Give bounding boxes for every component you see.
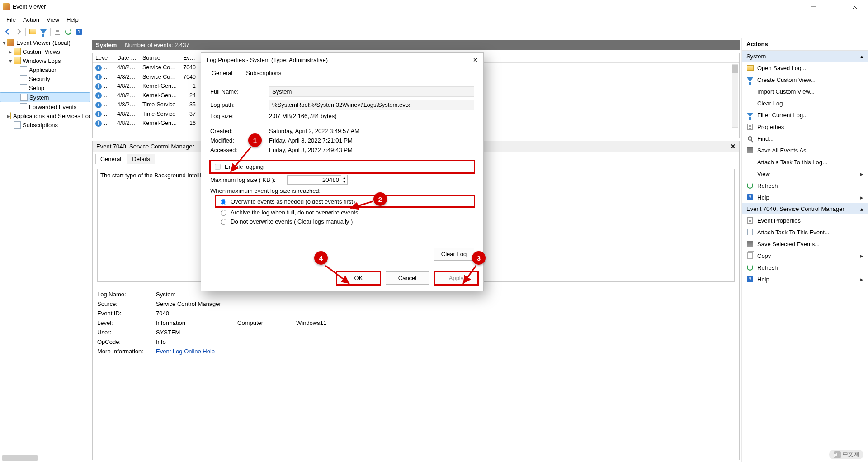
close-icon[interactable]: ✕ — [731, 143, 736, 150]
radio-no-overwrite[interactable]: Do not overwrite events ( Clear logs man… — [218, 218, 474, 225]
tree-system[interactable]: System — [0, 92, 90, 102]
radio-archive[interactable]: Archive the log when full, do not overwr… — [218, 209, 474, 216]
toolbar-separator — [50, 28, 51, 36]
action-refresh-2[interactable]: Refresh — [742, 262, 868, 273]
collapse-icon[interactable]: ▾ — [1, 39, 7, 46]
action-properties[interactable]: Properties — [742, 121, 868, 133]
log-icon — [20, 103, 27, 110]
action-find[interactable]: Find... — [742, 133, 868, 144]
value-user: SYSTEM — [156, 329, 228, 336]
expand-icon[interactable]: ▸ — [7, 113, 10, 119]
value-created: Saturday, April 2, 2022 3:49:57 AM — [269, 128, 474, 134]
max-size-input[interactable] — [287, 175, 341, 185]
back-button[interactable] — [4, 28, 12, 36]
column-level[interactable]: Level — [93, 53, 114, 62]
detail-title: Event 7040, Service Control Manager — [96, 143, 194, 150]
refresh-button[interactable] — [64, 28, 72, 36]
action-help-2[interactable]: ?Help▸ — [742, 273, 868, 285]
event-viewer-icon — [7, 39, 14, 46]
spinner-up-icon[interactable]: ▲ — [341, 175, 347, 180]
action-view[interactable]: View▸ — [742, 168, 868, 180]
action-attach-task-log[interactable]: Attach a Task To this Log... — [742, 156, 868, 168]
dialog-close-icon[interactable]: ✕ — [473, 57, 478, 63]
tree-windows-logs[interactable]: ▾Windows Logs — [0, 56, 90, 65]
expand-icon[interactable]: ▸ — [7, 48, 14, 55]
spinner-down-icon[interactable]: ▼ — [341, 180, 347, 184]
actions-section-system[interactable]: System▴ — [742, 51, 868, 62]
properties-button[interactable] — [53, 28, 61, 36]
maximize-button[interactable] — [824, 0, 844, 14]
action-open-saved-log[interactable]: Open Saved Log... — [742, 62, 868, 74]
show-hide-tree-button[interactable] — [28, 28, 37, 36]
info-icon: i — [95, 120, 102, 127]
tree-apps-services[interactable]: ▸Applications and Services Logs — [0, 111, 90, 120]
spinner[interactable]: ▲▼ — [341, 175, 348, 185]
scrollbar-thumb[interactable] — [732, 65, 738, 73]
info-icon: i — [95, 74, 102, 80]
toolbar: ? — [0, 26, 868, 38]
radio-overwrite-input[interactable] — [221, 199, 226, 205]
forward-button[interactable] — [14, 28, 23, 36]
tab-details[interactable]: Details — [127, 154, 155, 164]
action-copy[interactable]: Copy▸ — [742, 250, 868, 262]
app-icon — [3, 3, 10, 10]
vertical-scrollbar[interactable] — [732, 64, 738, 128]
tree-setup[interactable]: Setup — [0, 83, 90, 92]
dialog-tab-subscriptions[interactable]: Subscriptions — [240, 67, 287, 79]
properties-icon — [747, 124, 753, 130]
tree-forwarded-events[interactable]: Forwarded Events — [0, 102, 90, 111]
radio-overwrite[interactable]: Overwrite events as needed (oldest event… — [216, 196, 474, 207]
filter-button[interactable] — [39, 28, 47, 36]
link-event-log-help[interactable]: Event Log Online Help — [156, 348, 215, 355]
action-help[interactable]: ?Help▸ — [742, 191, 868, 203]
column-event-id[interactable]: Event... — [180, 53, 198, 62]
menu-action[interactable]: Action — [20, 15, 42, 24]
action-save-selected[interactable]: Save Selected Events... — [742, 238, 868, 250]
collapse-icon[interactable]: ▴ — [860, 53, 863, 60]
cancel-button[interactable]: Cancel — [386, 271, 429, 285]
info-icon: i — [95, 102, 102, 108]
menu-help[interactable]: Help — [64, 15, 81, 24]
tree-subscriptions[interactable]: Subscriptions — [0, 120, 90, 129]
menu-view[interactable]: View — [44, 15, 62, 24]
column-source[interactable]: Source — [140, 53, 180, 62]
label-max-size: Maximum log size ( KB ): — [210, 176, 287, 183]
label-computer: Computer: — [237, 319, 287, 326]
navigation-tree[interactable]: ▾Event Viewer (Local) ▸Custom Views ▾Win… — [0, 38, 90, 462]
actions-section-event[interactable]: Event 7040, Service Control Manager▴ — [742, 203, 868, 214]
action-clear-log[interactable]: Clear Log... — [742, 97, 868, 109]
column-date[interactable]: Date an... — [114, 53, 140, 62]
tree-application[interactable]: Application — [0, 65, 90, 74]
menu-file[interactable]: File — [4, 15, 19, 24]
action-save-all-events[interactable]: Save All Events As... — [742, 144, 868, 156]
action-filter-current-log[interactable]: Filter Current Log... — [742, 109, 868, 121]
minimize-button[interactable] — [803, 0, 824, 14]
dialog-tab-general[interactable]: General — [206, 67, 238, 79]
label-when-max: When maximum event log size is reached: — [210, 187, 474, 194]
label-full-name: Full Name: — [210, 88, 269, 95]
action-import-custom-view[interactable]: Import Custom View... — [742, 86, 868, 97]
close-button[interactable] — [844, 0, 865, 14]
enable-logging-input[interactable] — [215, 164, 221, 170]
tree-security[interactable]: Security — [0, 74, 90, 83]
radio-no-overwrite-input[interactable] — [221, 219, 226, 225]
radio-archive-input[interactable] — [221, 210, 226, 216]
tree-root[interactable]: ▾Event Viewer (Local) — [0, 38, 90, 47]
copy-icon — [747, 252, 753, 259]
clear-log-button[interactable]: Clear Log — [434, 248, 474, 261]
tab-general[interactable]: General — [95, 154, 126, 164]
save-icon — [747, 241, 753, 247]
action-attach-task-event[interactable]: Attach Task To This Event... — [742, 226, 868, 238]
help-button[interactable]: ? — [75, 28, 83, 36]
value-modified: Friday, April 8, 2022 7:21:01 PM — [269, 137, 474, 144]
collapse-icon[interactable]: ▴ — [860, 205, 863, 212]
collapse-icon[interactable]: ▾ — [7, 57, 14, 64]
action-event-properties[interactable]: Event Properties — [742, 214, 868, 226]
annotation-badge-2: 2 — [373, 192, 387, 206]
value-log-name: System — [156, 291, 228, 298]
tree-custom-views[interactable]: ▸Custom Views — [0, 47, 90, 56]
horizontal-scrollbar[interactable] — [2, 455, 38, 461]
action-refresh[interactable]: Refresh — [742, 180, 868, 191]
info-icon: i — [95, 92, 102, 99]
action-create-custom-view[interactable]: Create Custom View... — [742, 74, 868, 86]
